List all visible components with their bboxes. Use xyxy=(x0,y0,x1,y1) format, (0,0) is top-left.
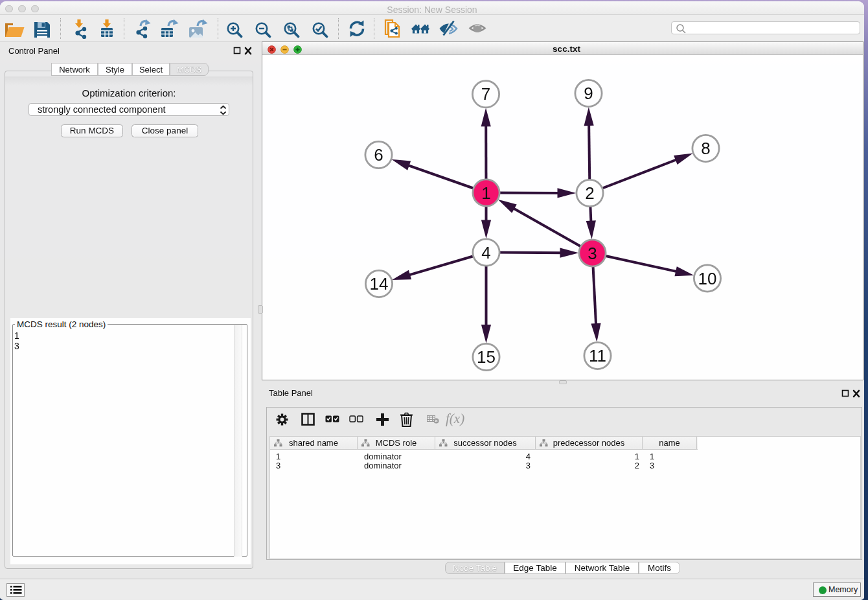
svg-text:6: 6 xyxy=(374,145,383,165)
svg-text:8: 8 xyxy=(701,139,710,158)
svg-text:3: 3 xyxy=(588,244,597,263)
svg-text:14: 14 xyxy=(370,274,389,294)
svg-text:7: 7 xyxy=(481,84,490,104)
svg-text:2: 2 xyxy=(585,183,594,203)
svg-text:11: 11 xyxy=(589,346,606,365)
svg-text:15: 15 xyxy=(477,347,496,367)
svg-text:4: 4 xyxy=(481,243,490,262)
svg-text:9: 9 xyxy=(584,84,593,103)
svg-text:10: 10 xyxy=(698,269,717,288)
svg-text:1: 1 xyxy=(481,183,490,203)
